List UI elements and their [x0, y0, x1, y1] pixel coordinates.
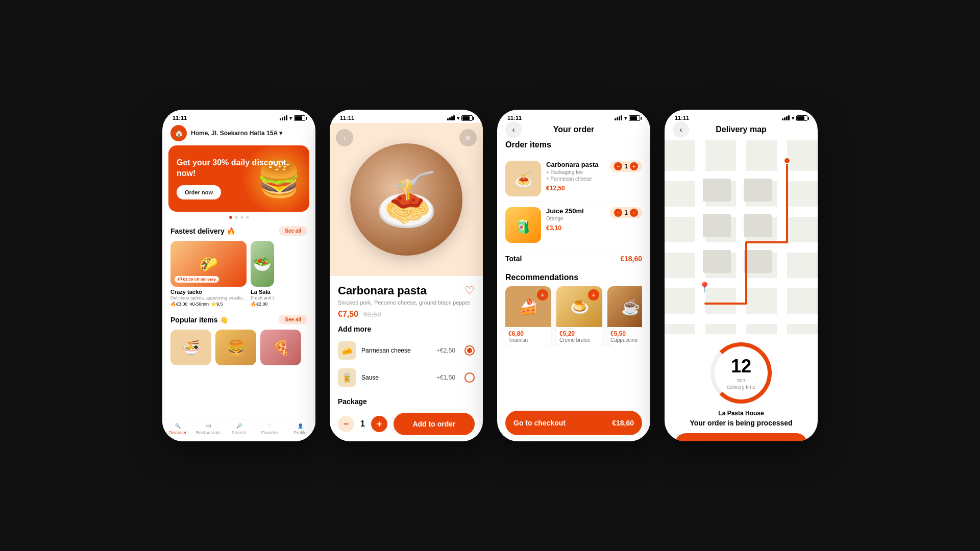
- p1-address[interactable]: Home, Jl. Soekarno Hatta 15A ▾: [191, 130, 282, 137]
- nav-discover[interactable]: 🔍 Discover: [162, 423, 193, 435]
- carbonara-name: Carbonara pasta: [546, 161, 605, 168]
- status-bar-3: 11:11 ▾: [497, 110, 650, 123]
- p1-banner: Get your 30% daily discount now! Order n…: [168, 145, 309, 212]
- p2-quantity: 1: [360, 419, 365, 429]
- wifi-icon-3: ▾: [624, 115, 627, 121]
- p2-close-button[interactable]: ✕: [459, 129, 477, 146]
- juice-info: Juice 250ml Orange €3,10: [546, 207, 605, 232]
- dot-4[interactable]: [246, 216, 249, 219]
- pop-item-3[interactable]: 🍕: [260, 330, 301, 365]
- nav-profile[interactable]: 👤 Profile: [285, 423, 315, 435]
- p2-increase-btn[interactable]: +: [371, 416, 387, 432]
- card-sala[interactable]: 🥗 La Sala Fresh and t 🔥€2,00: [251, 241, 274, 307]
- p3-checkout-btn[interactable]: Go to checkout €18,60: [505, 411, 642, 435]
- rec-cappuccino[interactable]: ☕ €5,50 Cappuccino: [607, 286, 642, 346]
- taco-info: Crazy tacko Delicious tackos, appetizing…: [170, 287, 247, 307]
- phone-2: 11:11 ▾ ‹ ✕ 🍝 Carbonara pasta ♡ S: [330, 110, 483, 441]
- popular-items-title: Popular items 👋: [170, 316, 228, 324]
- pop-item-1[interactable]: 🍜: [170, 330, 211, 365]
- p2-price-new: €7,50: [338, 310, 358, 319]
- order-now-button[interactable]: Order now: [177, 185, 221, 199]
- p3-back-button[interactable]: ‹: [505, 121, 522, 138]
- tiramisu-price: €6,80: [508, 330, 548, 337]
- search-icon: 🔎: [236, 423, 242, 429]
- p3-item-carbonara: 🍝 Carbonara pasta + Packaging fee + Parm…: [505, 156, 642, 202]
- p2-price-old: €8,50: [363, 310, 381, 318]
- p4-back-button[interactable]: ‹: [673, 121, 689, 138]
- favorite-icon: ♡: [267, 423, 272, 429]
- p4-map: 📍: [665, 140, 818, 334]
- status-icons-3: ▾: [615, 115, 640, 121]
- dot-2[interactable]: [235, 216, 238, 219]
- p2-hero: ‹ ✕ 🍝: [330, 123, 483, 276]
- taco-desc: Delicious tackos, appetizing snacks...: [170, 295, 247, 300]
- fastest-see-all[interactable]: See all: [279, 226, 307, 236]
- status-icons-1: ▾: [280, 115, 305, 121]
- sala-info: La Sala Fresh and t 🔥€2,00: [251, 287, 274, 307]
- dot-1[interactable]: [229, 216, 232, 219]
- sala-image: 🥗: [251, 241, 274, 287]
- sala-desc: Fresh and t: [251, 295, 274, 300]
- p3-recs-title: Recommendations: [505, 273, 642, 282]
- p2-food-desc: Smoked pork, Pecorino cheese, ground bla…: [338, 299, 475, 306]
- dot-3[interactable]: [240, 216, 243, 219]
- pop-item-2[interactable]: 🍔: [215, 330, 256, 365]
- p1-carousel-dots: [162, 216, 315, 219]
- fastest-delivery-cards: 🌮 🏷 €3,00 off delivery Crazy tacko Delic…: [162, 239, 315, 309]
- tiramisu-add-btn[interactable]: +: [537, 289, 548, 300]
- p2-heart-button[interactable]: ♡: [464, 284, 475, 297]
- nav-restaurants[interactable]: 🍽 Restaurants: [193, 423, 224, 435]
- creme-add-btn[interactable]: +: [588, 289, 599, 300]
- taco-price: 🔥€3,00: [170, 302, 188, 307]
- p4-info-section: 12 mindelivery time La Pasta House Your …: [665, 334, 818, 441]
- juice-minus-btn[interactable]: −: [614, 209, 622, 217]
- parmesan-icon: 🧀: [338, 341, 356, 360]
- rec-tiramisu[interactable]: 🍰 + €6,80 Tiramisu: [505, 286, 551, 346]
- wifi-icon-1: ▾: [289, 115, 292, 121]
- sauce-icon: 🥫: [338, 368, 356, 387]
- p4-timer-circle: 12 mindelivery time: [710, 342, 772, 404]
- p3-item-juice: 🧃 Juice 250ml Orange €3,10 − 1 +: [505, 202, 642, 248]
- nav-favorite[interactable]: ♡ Favorite: [254, 423, 285, 435]
- nav-favorite-label: Favorite: [261, 430, 278, 435]
- juice-price: €3,10: [546, 224, 605, 232]
- juice-name: Juice 250ml: [546, 207, 605, 215]
- creme-name: Creme brulee: [559, 337, 599, 343]
- delivery-route: [705, 161, 787, 304]
- p2-back-button[interactable]: ‹: [336, 129, 353, 146]
- phones-container: 11:11 ▾ 🏠 Home, Jl. Soekarno Hatta 15A ▾…: [162, 110, 818, 441]
- cappuccino-name: Cappuccino: [610, 337, 642, 343]
- p4-order-status: Your order is being processed: [675, 419, 807, 427]
- taco-discount: 🏷 €3,00 off delivery: [175, 276, 219, 283]
- juice-plus-btn[interactable]: +: [630, 209, 638, 217]
- carbonara-plus-btn[interactable]: +: [630, 162, 638, 170]
- wifi-icon-4: ▾: [792, 115, 794, 121]
- signal-icon-4: [782, 115, 790, 120]
- p4-hide-delivery-btn[interactable]: Hide delivery status: [675, 433, 807, 441]
- sauce-radio[interactable]: [464, 372, 475, 383]
- p2-add-more-title: Add more: [338, 325, 475, 333]
- p3-total-row: Total €18,60: [505, 248, 642, 269]
- nav-search[interactable]: 🔎 Search: [224, 423, 254, 435]
- fastest-delivery-title: Fastest delivery 🔥: [170, 227, 235, 235]
- popular-see-all[interactable]: See all: [279, 315, 307, 324]
- phone-3: 11:11 ▾ ‹ Your order Order items 🍝 Ca: [497, 110, 650, 441]
- cappuccino-price: €5,50: [610, 330, 642, 337]
- p3-total-price: €18,60: [620, 255, 642, 263]
- carbonara-minus-btn[interactable]: −: [614, 162, 622, 170]
- p2-addon-sauce[interactable]: 🥫 Sause +€1,50: [338, 364, 475, 391]
- status-icons-4: ▾: [782, 115, 807, 121]
- p2-add-to-order-btn[interactable]: Add to order: [394, 413, 475, 435]
- p2-decrease-btn[interactable]: −: [338, 416, 354, 432]
- p2-addon-parmesan[interactable]: 🧀 Parmesan cheese +€2,50: [338, 337, 475, 364]
- p3-recommendations: 🍰 + €6,80 Tiramisu 🍮 + €5,20 Creme brule…: [505, 286, 642, 346]
- parmesan-radio[interactable]: [464, 345, 475, 356]
- rec-creme-brulee[interactable]: 🍮 + €5,20 Creme brulee: [556, 286, 602, 346]
- popular-items-grid: 🍜 🍔 🍕: [162, 328, 315, 367]
- p1-banner-text: Get your 30% daily discount now! Order n…: [177, 158, 301, 199]
- time-3: 11:11: [507, 115, 522, 121]
- cappuccino-info: €5,50 Cappuccino: [607, 327, 642, 346]
- card-taco[interactable]: 🌮 🏷 €3,00 off delivery Crazy tacko Delic…: [170, 241, 247, 307]
- battery-icon-1: [294, 115, 305, 121]
- time-2: 11:11: [340, 115, 354, 121]
